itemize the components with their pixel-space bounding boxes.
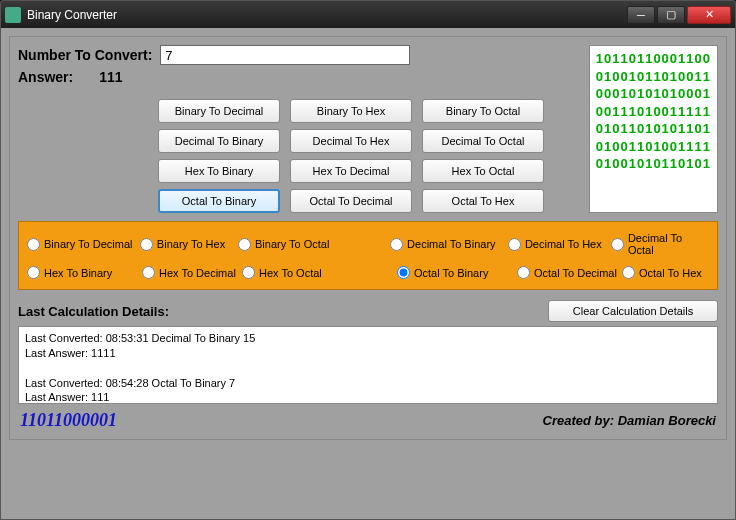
art-line: 01001101001111 [596, 138, 711, 156]
details-label: Last Calculation Details: [18, 304, 548, 319]
binary-art-panel: 10110110001100 01001011010011 0001010101… [589, 45, 718, 213]
clear-details-button[interactable]: Clear Calculation Details [548, 300, 718, 322]
radio-input[interactable] [517, 266, 530, 279]
radio-input[interactable] [390, 238, 403, 251]
maximize-button[interactable]: ▢ [657, 6, 685, 24]
log-line: Last Converted: 08:54:28 Octal To Binary… [25, 376, 711, 391]
decimal-to-hex-button[interactable]: Decimal To Hex [290, 129, 412, 153]
close-button[interactable]: ✕ [687, 6, 731, 24]
radio-binary-to-hex[interactable]: Binary To Hex [140, 232, 238, 256]
binary-to-hex-button[interactable]: Binary To Hex [290, 99, 412, 123]
log-line: Last Answer: 111 [25, 390, 711, 404]
log-line: Last Converted: 08:53:31 Decimal To Bina… [25, 331, 711, 346]
art-line: 00010101010001 [596, 85, 711, 103]
app-icon [5, 7, 21, 23]
calculation-details-box[interactable]: Last Converted: 08:53:31 Decimal To Bina… [18, 326, 718, 404]
window-title: Binary Converter [27, 8, 627, 22]
input-and-buttons: Number To Convert: Answer: 111 Binary To… [18, 45, 581, 213]
radio-panel: Binary To Decimal Binary To Hex Binary T… [18, 221, 718, 290]
hex-to-binary-button[interactable]: Hex To Binary [158, 159, 280, 183]
answer-label: Answer: [18, 69, 73, 85]
answer-row: Answer: 111 [18, 69, 581, 85]
footer: 11011000001 Created by: Damian Borecki [18, 410, 718, 431]
radio-binary-to-decimal[interactable]: Binary To Decimal [27, 232, 140, 256]
input-row: Number To Convert: [18, 45, 581, 65]
window-controls: ─ ▢ ✕ [627, 6, 731, 24]
radio-decimal-to-binary[interactable]: Decimal To Binary [390, 232, 508, 256]
footer-credit: Created by: Damian Borecki [543, 413, 716, 428]
window-body: Number To Convert: Answer: 111 Binary To… [0, 28, 736, 520]
radio-octal-to-hex[interactable]: Octal To Hex [622, 266, 702, 279]
radio-hex-to-decimal[interactable]: Hex To Decimal [142, 266, 242, 279]
details-header: Last Calculation Details: Clear Calculat… [18, 300, 718, 322]
titlebar: Binary Converter ─ ▢ ✕ [0, 0, 736, 28]
binary-to-decimal-button[interactable]: Binary To Decimal [158, 99, 280, 123]
art-line: 10110110001100 [596, 50, 711, 68]
radio-input[interactable] [508, 238, 521, 251]
hex-to-decimal-button[interactable]: Hex To Decimal [290, 159, 412, 183]
radio-row-1: Binary To Decimal Binary To Hex Binary T… [27, 232, 709, 256]
art-line: 01001011010011 [596, 68, 711, 86]
binary-to-octal-button[interactable]: Binary To Octal [422, 99, 544, 123]
radio-input[interactable] [238, 238, 251, 251]
main-panel: Number To Convert: Answer: 111 Binary To… [9, 36, 727, 440]
log-line: Last Answer: 1111 [25, 346, 711, 361]
radio-hex-to-octal[interactable]: Hex To Octal [242, 266, 397, 279]
octal-to-binary-button[interactable]: Octal To Binary [158, 189, 280, 213]
radio-input[interactable] [242, 266, 255, 279]
radio-row-2: Hex To Binary Hex To Decimal Hex To Octa… [27, 266, 709, 279]
radio-hex-to-binary[interactable]: Hex To Binary [27, 266, 142, 279]
minimize-button[interactable]: ─ [627, 6, 655, 24]
radio-input[interactable] [27, 238, 40, 251]
art-line: 01011010101101 [596, 120, 711, 138]
octal-to-hex-button[interactable]: Octal To Hex [422, 189, 544, 213]
art-line: 00111010011111 [596, 103, 711, 121]
decimal-to-octal-button[interactable]: Decimal To Octal [422, 129, 544, 153]
input-label: Number To Convert: [18, 47, 152, 63]
radio-input[interactable] [611, 238, 624, 251]
footer-binary-text: 11011000001 [20, 410, 117, 431]
conversion-buttons: Binary To Decimal Binary To Hex Binary T… [158, 99, 581, 213]
radio-input[interactable] [27, 266, 40, 279]
radio-input[interactable] [622, 266, 635, 279]
radio-input[interactable] [142, 266, 155, 279]
decimal-to-binary-button[interactable]: Decimal To Binary [158, 129, 280, 153]
radio-decimal-to-octal[interactable]: Decimal To Octal [611, 232, 709, 256]
radio-input[interactable] [140, 238, 153, 251]
radio-decimal-to-hex[interactable]: Decimal To Hex [508, 232, 611, 256]
number-input[interactable] [160, 45, 410, 65]
radio-octal-to-binary[interactable]: Octal To Binary [397, 266, 517, 279]
answer-value: 111 [99, 69, 122, 85]
art-line: 01001010110101 [596, 155, 711, 173]
octal-to-decimal-button[interactable]: Octal To Decimal [290, 189, 412, 213]
radio-input[interactable] [397, 266, 410, 279]
hex-to-octal-button[interactable]: Hex To Octal [422, 159, 544, 183]
radio-binary-to-octal[interactable]: Binary To Octal [238, 232, 390, 256]
top-section: Number To Convert: Answer: 111 Binary To… [18, 45, 718, 213]
radio-octal-to-decimal[interactable]: Octal To Decimal [517, 266, 622, 279]
